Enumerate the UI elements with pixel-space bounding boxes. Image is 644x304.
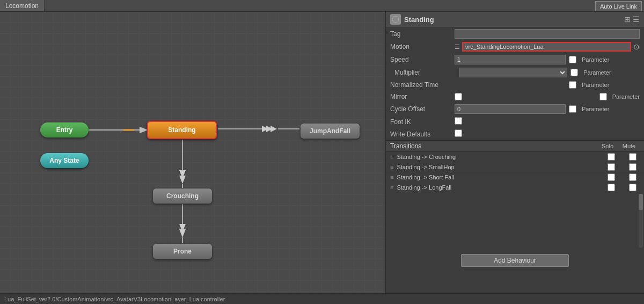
- multiplier-label: Multiplier: [394, 69, 459, 76]
- transition-icon-2: ≡: [390, 174, 393, 180]
- node-jumpandfall[interactable]: JumpAndFall: [301, 124, 360, 139]
- motion-browse-icon[interactable]: ⊙: [633, 42, 640, 51]
- mirror-checkbox[interactable]: [455, 93, 462, 100]
- normalized-time-value-wrap: Parameter: [455, 81, 640, 89]
- normalized-time-parameter-checkbox[interactable]: [569, 81, 576, 89]
- right-panel: Standing ⊞ ☰ Tag Motion ☰ ⊙: [385, 12, 644, 293]
- motion-row: Motion ☰ ⊙: [386, 40, 644, 53]
- auto-live-link-button[interactable]: Auto Live Link: [595, 1, 642, 11]
- transition-row-0[interactable]: ≡ Standing -> Crouching: [386, 152, 644, 162]
- panel-scrollbar[interactable]: [639, 194, 643, 248]
- mirror-label: Mirror: [390, 93, 455, 100]
- mute-col-header: Mute: [618, 143, 640, 149]
- transition-solo-0[interactable]: [608, 153, 615, 161]
- transition-text-3: Standing -> LongFall: [397, 184, 601, 191]
- multiplier-value-wrap: Parameter: [459, 68, 640, 77]
- add-behaviour-section: Add Behaviour: [386, 248, 644, 273]
- cycle-offset-label: Cycle Offset: [390, 105, 455, 113]
- normalized-time-label: Normalized Time: [390, 81, 455, 89]
- mirror-value-wrap: Parameter: [455, 93, 640, 100]
- speed-parameter-label: Parameter: [582, 56, 609, 63]
- cycle-offset-parameter-label: Parameter: [582, 106, 609, 112]
- node-crouching[interactable]: Crouching: [153, 189, 212, 204]
- canvas-panel[interactable]: Entry Any State Standing JumpAndFall Cro…: [0, 12, 385, 293]
- node-entry[interactable]: Entry: [40, 122, 89, 137]
- mirror-row: Mirror Parameter: [386, 91, 644, 103]
- tag-label: Tag: [390, 30, 455, 38]
- rp-body: Tag Motion ☰ ⊙ Speed: [386, 27, 644, 293]
- transition-solo-3[interactable]: [608, 184, 615, 191]
- node-anystate[interactable]: Any State: [40, 153, 89, 168]
- transition-mute-3[interactable]: [629, 184, 636, 191]
- node-prone[interactable]: Prone: [153, 244, 212, 259]
- menu-icon[interactable]: ☰: [633, 15, 640, 24]
- cycle-offset-input[interactable]: [455, 104, 566, 114]
- transition-text-1: Standing -> SmallHop: [397, 164, 601, 170]
- transitions-label: Transitions: [390, 142, 597, 150]
- main-layout: Entry Any State Standing JumpAndFall Cro…: [0, 12, 644, 293]
- speed-row: Speed Parameter: [386, 53, 644, 66]
- speed-input[interactable]: [455, 55, 566, 64]
- transition-row-2[interactable]: ≡ Standing -> Short Fall: [386, 172, 644, 183]
- speed-parameter-checkbox[interactable]: [569, 56, 576, 63]
- tag-input[interactable]: [455, 29, 640, 39]
- cycle-offset-parameter-checkbox[interactable]: [569, 105, 576, 113]
- multiplier-select[interactable]: [459, 68, 567, 77]
- write-defaults-label: Write Defaults: [390, 131, 455, 138]
- foot-ik-checkbox[interactable]: [455, 117, 462, 125]
- transition-solo-1[interactable]: [608, 163, 615, 171]
- rp-header-icons: ⊞ ☰: [624, 15, 640, 24]
- motion-input[interactable]: [462, 42, 631, 52]
- write-defaults-checkbox[interactable]: [455, 129, 462, 137]
- svg-point-15: [392, 16, 399, 23]
- multiplier-parameter-label: Parameter: [583, 69, 611, 76]
- transition-text-0: Standing -> Crouching: [397, 154, 601, 160]
- rp-title: Standing: [404, 16, 621, 24]
- panel-scroll-indicator: [386, 193, 644, 248]
- normalized-time-row: Normalized Time Parameter: [386, 79, 644, 91]
- speed-value-wrap: Parameter: [455, 55, 640, 64]
- transition-mute-2[interactable]: [629, 173, 636, 181]
- normalized-time-parameter-label: Parameter: [582, 82, 609, 88]
- transition-icon-3: ≡: [390, 184, 393, 191]
- panel-scrollbar-thumb: [639, 194, 643, 210]
- foot-ik-value-wrap: [455, 117, 640, 126]
- foot-ik-row: Foot IK: [386, 115, 644, 128]
- lock-icon[interactable]: ⊞: [624, 15, 631, 24]
- transition-mute-1[interactable]: [629, 163, 636, 171]
- write-defaults-value-wrap: [455, 129, 640, 139]
- multiplier-parameter-checkbox[interactable]: [570, 69, 578, 76]
- foot-ik-label: Foot IK: [390, 118, 455, 126]
- transition-icon-0: ≡: [390, 154, 393, 160]
- status-path: Lua_FullSet_ver2.0/CustomAnimation/vrc_A…: [4, 296, 225, 302]
- transition-solo-2[interactable]: [608, 173, 615, 181]
- cycle-offset-value-wrap: Parameter: [455, 104, 640, 114]
- mirror-parameter-checkbox[interactable]: [599, 93, 607, 100]
- state-icon: [390, 14, 401, 25]
- transition-mute-0[interactable]: [629, 153, 636, 161]
- tag-value-wrap: [455, 29, 640, 39]
- cycle-offset-row: Cycle Offset Parameter: [386, 103, 644, 115]
- solo-col-header: Solo: [597, 143, 618, 149]
- mirror-parameter-label: Parameter: [612, 93, 640, 100]
- tag-row: Tag: [386, 27, 644, 40]
- transitions-header: Transitions Solo Mute: [386, 140, 644, 152]
- write-defaults-row: Write Defaults: [386, 128, 644, 140]
- top-bar: Locomotion Auto Live Link: [0, 0, 644, 12]
- transition-icon-1: ≡: [390, 164, 393, 170]
- status-bar: Lua_FullSet_ver2.0/CustomAnimation/vrc_A…: [0, 293, 644, 304]
- multiplier-row: Multiplier Parameter: [386, 66, 644, 79]
- transition-row-3[interactable]: ≡ Standing -> LongFall: [386, 183, 644, 193]
- node-standing[interactable]: Standing: [147, 121, 217, 139]
- rp-header: Standing ⊞ ☰: [386, 12, 644, 27]
- motion-value-wrap: ☰ ⊙: [455, 42, 640, 52]
- speed-label: Speed: [390, 56, 455, 63]
- transition-row-1[interactable]: ≡ Standing -> SmallHop: [386, 162, 644, 172]
- tab-label[interactable]: Locomotion: [0, 0, 45, 11]
- motion-label: Motion: [390, 43, 455, 50]
- add-behaviour-button[interactable]: Add Behaviour: [461, 254, 569, 267]
- transition-text-2: Standing -> Short Fall: [397, 174, 601, 180]
